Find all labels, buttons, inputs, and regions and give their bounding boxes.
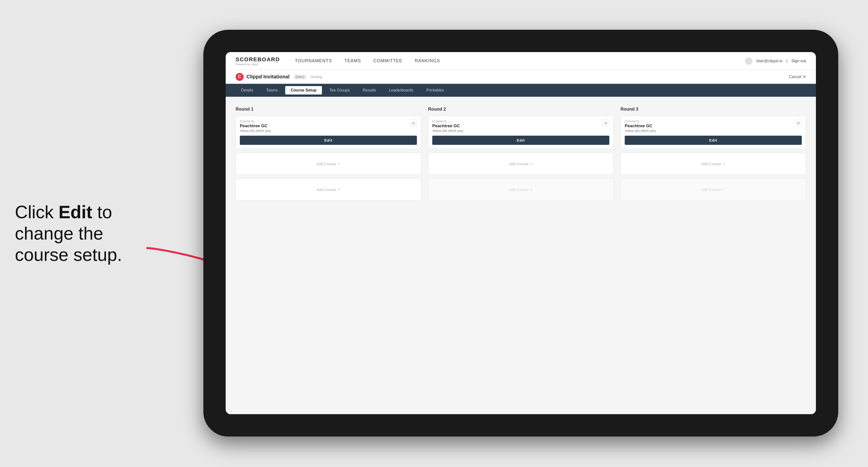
add-course-label: Add Course (316, 162, 336, 166)
r3-plus-icon-2: + (722, 187, 725, 192)
nav-right: blair@clippd.io | Sign out (745, 57, 806, 65)
instruction-part1: Click (15, 202, 59, 222)
round-1-edit-button[interactable]: Edit (240, 136, 417, 145)
delete-icon-r2: ⊟ (604, 121, 607, 125)
r3-plus-icon: + (722, 161, 725, 166)
cancel-icon: ✕ (803, 74, 806, 79)
delete-icon: ⊟ (412, 121, 415, 125)
round-2-course-header: (Course A) Peachtree GC Yellow (M) (6629… (428, 116, 613, 133)
round-3-add-course-2: Add Course + (620, 178, 806, 200)
round-3-course-header: (Course A) Peachtree GC Yellow (M) (6629… (621, 116, 806, 133)
nav-separator: | (786, 59, 787, 63)
round-3-add-course-1[interactable]: Add Course + (620, 153, 806, 175)
tablet-frame: SCOREBOARD Powered by clippd TOURNAMENTS… (204, 30, 838, 436)
tournament-title: Clippd Invitational (247, 74, 289, 80)
round-1-add-course-1[interactable]: Add Course + (236, 153, 421, 175)
round-1-course-label: (Course A) (240, 120, 410, 123)
tournament-gender-badge: (Men) (293, 74, 307, 80)
r3-add-course-label-2: Add Course (701, 187, 721, 192)
round-2-course-label: (Course A) (432, 120, 602, 123)
round-3-column: Round 3 (Course A) Peachtree GC Yellow (… (620, 107, 806, 204)
round-2-course-details: Yellow (M) (6629 yds) (432, 129, 602, 133)
instruction-bold: Edit (59, 202, 92, 222)
round-1-course-details: Yellow (M) (6629 yds) (240, 129, 410, 133)
nav-avatar (745, 57, 752, 65)
sub-header-actions: Cancel ✕ (789, 74, 806, 79)
round-3-course-label: (Course A) (625, 120, 795, 123)
round-3-course-name: Peachtree GC (625, 124, 795, 128)
scoreboard-logo: SCOREBOARD Powered by clippd (236, 56, 280, 66)
round-2-title: Round 2 (428, 107, 614, 112)
plus-icon: + (338, 161, 340, 166)
round-2-course-info: (Course A) Peachtree GC Yellow (M) (6629… (432, 120, 602, 133)
r2-plus-icon: + (530, 161, 533, 166)
round-2-course-name: Peachtree GC (432, 124, 602, 128)
instruction-text: Click Edit tochange thecourse setup. (15, 201, 122, 266)
round-2-add-course-2: Add Course + (428, 178, 614, 200)
tabs-bar: Details Teams Course Setup Tee Groups Re… (226, 84, 816, 97)
round-2-edit-button[interactable]: Edit (432, 136, 609, 145)
nav-tournaments[interactable]: TOURNAMENTS (295, 58, 332, 63)
round-2-course-card: (Course A) Peachtree GC Yellow (M) (6629… (428, 116, 614, 149)
r2-add-course-label-2: Add Course (509, 187, 528, 192)
round-1-course-card: (Course A) Peachtree GC Yellow (M) (6629… (236, 116, 421, 149)
round-2-column: Round 2 (Course A) Peachtree GC Yellow (… (428, 107, 614, 204)
sub-header: C Clippd Invitational (Men) Hosting Canc… (226, 70, 816, 84)
round-3-course-details: Yellow (M) (6629 yds) (625, 129, 795, 133)
round-1-add-course-2[interactable]: Add Course + (236, 178, 421, 200)
rounds-container: Round 1 (Course A) Peachtree GC Yellow (… (236, 107, 806, 204)
round-1-column: Round 1 (Course A) Peachtree GC Yellow (… (236, 107, 421, 204)
tab-printables[interactable]: Printables (421, 86, 450, 94)
nav-teams[interactable]: TEAMS (344, 58, 361, 63)
round-3-delete-button[interactable]: ⊟ (795, 120, 802, 126)
user-email: blair@clippd.io (756, 59, 782, 63)
tablet-screen: SCOREBOARD Powered by clippd TOURNAMENTS… (226, 52, 816, 414)
nav-committee[interactable]: COMMITTEE (373, 58, 403, 63)
round-3-title: Round 3 (620, 107, 806, 112)
round-1-course-name: Peachtree GC (240, 124, 410, 128)
round-3-edit-button[interactable]: Edit (625, 136, 802, 145)
logo-sub: Powered by clippd (236, 63, 280, 66)
cancel-label: Cancel (789, 75, 801, 79)
tab-course-setup[interactable]: Course Setup (285, 86, 322, 94)
round-3-course-info: (Course A) Peachtree GC Yellow (M) (6629… (625, 120, 795, 133)
round-1-course-info: (Course A) Peachtree GC Yellow (M) (6629… (240, 120, 410, 133)
round-1-title: Round 1 (236, 107, 421, 112)
tournament-status: Hosting (310, 75, 322, 79)
logo-title: SCOREBOARD (236, 56, 280, 63)
r3-add-course-label: Add Course (701, 162, 721, 166)
tab-leaderboards[interactable]: Leaderboards (383, 86, 419, 94)
plus-icon-2: + (338, 187, 340, 192)
clippd-logo: C (236, 73, 244, 81)
nav-rankings[interactable]: RANKINGS (415, 58, 440, 63)
round-1-course-header: (Course A) Peachtree GC Yellow (M) (6629… (236, 116, 421, 133)
add-course-label-2: Add Course (316, 187, 336, 192)
tab-tee-groups[interactable]: Tee Groups (324, 86, 355, 94)
nav-links: TOURNAMENTS TEAMS COMMITTEE RANKINGS (295, 58, 745, 63)
top-nav: SCOREBOARD Powered by clippd TOURNAMENTS… (226, 52, 816, 70)
tab-details[interactable]: Details (236, 86, 259, 94)
r2-add-course-label: Add Course (509, 162, 528, 166)
main-content: Round 1 (Course A) Peachtree GC Yellow (… (226, 97, 816, 414)
round-1-delete-button[interactable]: ⊟ (410, 120, 417, 126)
tab-results[interactable]: Results (358, 86, 381, 94)
sign-out-link[interactable]: Sign out (792, 59, 806, 63)
round-3-course-card: (Course A) Peachtree GC Yellow (M) (6629… (620, 116, 806, 149)
round-2-delete-button[interactable]: ⊟ (602, 120, 609, 126)
delete-icon-r3: ⊟ (797, 121, 800, 125)
cancel-button[interactable]: Cancel ✕ (789, 74, 806, 79)
r2-plus-icon-2: + (530, 187, 533, 192)
round-2-add-course-1[interactable]: Add Course + (428, 153, 614, 175)
tab-teams[interactable]: Teams (261, 86, 283, 94)
